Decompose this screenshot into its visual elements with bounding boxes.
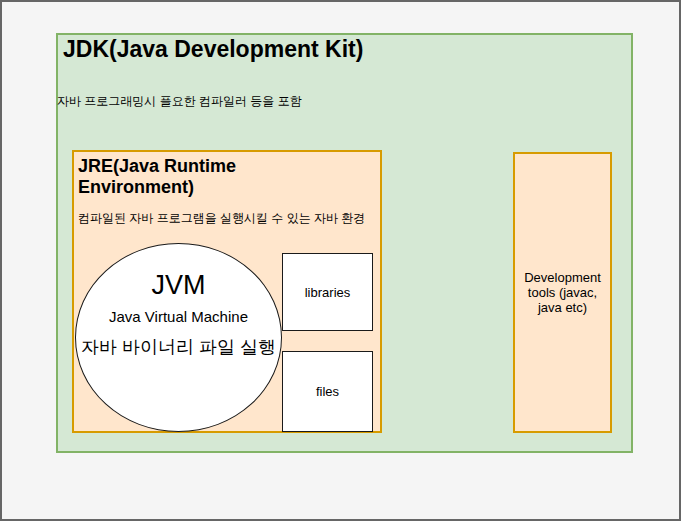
jvm-description: 자바 바이너리 파일 실행 xyxy=(75,334,282,360)
jvm-title: JVM xyxy=(75,268,282,302)
jvm-text-block: JVM Java Virtual Machine 자바 바이너리 파일 실행 xyxy=(75,268,282,360)
files-box: files xyxy=(282,351,373,432)
diagram-canvas: JDK(Java Development Kit) 자바 프로그래밍시 플요한 … xyxy=(0,0,681,521)
development-tools-label: Development tools (javac, java etc) xyxy=(515,270,610,315)
jvm-subtitle: Java Virtual Machine xyxy=(75,306,282,328)
jre-subtitle: 컴파일된 자바 프로그램을 실행시킬 수 있는 자바 환경 xyxy=(78,211,365,226)
files-label: files xyxy=(316,384,339,399)
jdk-title: JDK(Java Development Kit) xyxy=(63,36,363,63)
libraries-box: libraries xyxy=(282,253,373,331)
jdk-subtitle: 자바 프로그래밍시 플요한 컴파일러 등을 포함 xyxy=(57,94,302,109)
development-tools-box: Development tools (javac, java etc) xyxy=(513,152,612,433)
jre-title: JRE(Java Runtime Environment) xyxy=(78,156,318,198)
libraries-label: libraries xyxy=(305,285,351,300)
